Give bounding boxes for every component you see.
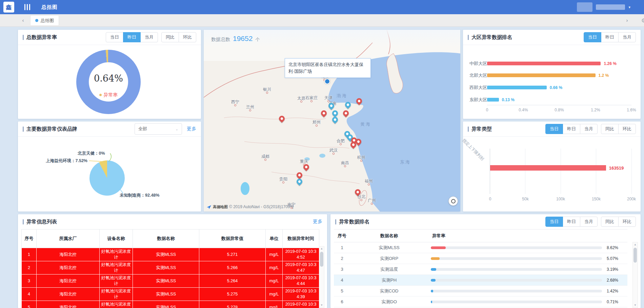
menu-icon[interactable] (24, 4, 30, 10)
filter-day-button[interactable]: 当日 (545, 124, 563, 134)
table-row[interactable]: 1实测MLSS 8.62% (334, 242, 627, 253)
bar-value: 0.66 % (550, 85, 562, 90)
table-row[interactable]: 1海阳北控 好氧池污泥浓度计实测MLSS 5.271mg/L 2019-07-0… (22, 248, 319, 261)
app-logo[interactable]: 鑫 (3, 2, 14, 13)
sea-label: 渤海 (337, 93, 347, 99)
sea-label: 东海 (400, 159, 411, 165)
rate-progress (431, 246, 602, 249)
table-scrollbar[interactable]: ▲ ▼ (319, 246, 324, 308)
scroll-up-icon[interactable]: ▲ (320, 246, 323, 251)
time-filter-group: 当日 昨日 当月 (106, 32, 158, 42)
pie-label-shyl: 上海益伦环境：7.52% (46, 158, 87, 164)
pie-label-unknown: 未知制造商：92.48% (120, 193, 159, 198)
x-tick: 0.4% (519, 108, 528, 112)
rate-value: 5.07% (607, 256, 624, 261)
map-panel[interactable]: 数据总数 19652 个 渤海 黄海 东海 北京 天津 石家庄 太原 银川 西宁… (204, 30, 460, 212)
filter-yesterday-button[interactable]: 昨日 (563, 124, 580, 134)
panel-data-rank: 异常数据排名 当日 昨日 当月 同比 环比 序号 数据名称 异常率 1实测MLS… (330, 214, 641, 308)
scroll-down-icon[interactable]: ▼ (320, 303, 323, 308)
filter-mom-button[interactable]: 环比 (179, 32, 196, 42)
city-label: 福州 (365, 178, 373, 184)
gear-icon[interactable]: ⚙ (641, 17, 644, 24)
filter-month-button[interactable]: 当月 (580, 217, 598, 227)
filter-mom-button[interactable]: 环比 (618, 217, 636, 227)
donut-legend[interactable]: 异常率 (78, 92, 139, 98)
compare-filter-group: 同比 环比 (601, 217, 636, 227)
table-scrollbar[interactable]: ▲ ▼ (632, 242, 638, 308)
tab-label: 总括图 (41, 18, 54, 24)
rate-value: 0.71% (607, 300, 624, 304)
brand-select[interactable]: 全部 ⌄ (135, 123, 182, 135)
compare-filter-group: 同比 环比 (161, 32, 196, 42)
city-label: 杭州 (357, 155, 365, 160)
filter-month-button[interactable]: 当月 (140, 32, 158, 42)
more-link[interactable]: 更多 (187, 126, 196, 132)
tab-overview[interactable]: 总括图 (31, 16, 59, 25)
filter-yoy-button[interactable]: 同比 (161, 32, 179, 42)
filter-yesterday-button[interactable]: 昨日 (601, 32, 619, 42)
x-tick: 50k (522, 197, 528, 201)
tab-bar: ‹ 总括图 › ⚙ (0, 14, 644, 27)
map-tooltip: 北京市朝阳区崔各庄镇北控水务大厦保利·国际广场 (285, 58, 371, 78)
bar-row: 1.2 % (487, 73, 631, 77)
x-tick: 100k (556, 197, 565, 201)
city-label: 南昌 (341, 160, 349, 166)
filter-yoy-button[interactable]: 同比 (601, 124, 619, 134)
table-row[interactable]: 5海阳北控 好氧池污泥浓度计实测MLSS 5.278mg/L 2019-07-0… (22, 301, 319, 308)
chevron-left-icon[interactable]: ‹ (20, 17, 26, 24)
brand-select-value: 全部 (138, 126, 147, 132)
map-marker-selected-beijing[interactable] (324, 79, 330, 84)
map-copyright: © 2019 AutoNavi - GS(2018)1709号 (229, 204, 294, 210)
user-menu[interactable]: ▾ (577, 0, 630, 14)
panel-header: 主要数据异常仪表品牌 全部 ⌄ 更多 (18, 122, 201, 137)
logo-glyph: 鑫 (6, 3, 12, 11)
amap-logo-icon (206, 204, 212, 210)
scroll-up-icon[interactable]: ▲ (634, 242, 637, 247)
rate-progress (431, 279, 602, 282)
city-label: 武汉 (329, 148, 338, 153)
filter-month-button[interactable]: 当月 (618, 32, 636, 42)
locate-button[interactable] (448, 196, 458, 206)
more-link[interactable]: 更多 (313, 219, 322, 225)
compare-filter-group: 同比 环比 (601, 124, 636, 134)
panel-region-rank: 大区异常数据排名 当日 昨日 当月 中部大区 1.26 % 北部大区 1.2 %… (463, 30, 641, 119)
city-label: 成都 (261, 154, 269, 159)
filter-day-button[interactable]: 当日 (545, 217, 563, 227)
table-row[interactable]: 3实测温度 3.19% (334, 264, 627, 275)
total-count-value: 19652 (233, 35, 253, 43)
city-label: 石家庄 (305, 95, 318, 101)
bar-value: 1.26 % (604, 61, 616, 66)
filter-yesterday-button[interactable]: 昨日 (563, 217, 580, 227)
chevron-right-icon[interactable]: › (624, 17, 630, 24)
filter-yesterday-button[interactable]: 昨日 (123, 32, 141, 42)
panel-header: 异常类型 当日 昨日 当月 同比 环比 (463, 122, 641, 137)
map-attribution: 高德地图 © 2019 AutoNavi - GS(2018)1709号 (206, 204, 294, 210)
filter-month-button[interactable]: 当月 (580, 124, 598, 134)
panel-info-list: 异常信息列表 更多 序号所属水厂 设备名称数据名称 数据异常值单位 数据异常时间… (18, 214, 327, 308)
table-row-highlighted[interactable]: 4实测PH 2.68% (334, 275, 627, 286)
scroll-thumb[interactable] (320, 252, 323, 267)
filter-yoy-button[interactable]: 同比 (601, 217, 619, 227)
panel-title: 大区异常数据排名 (468, 34, 512, 41)
city-label: 天津 (324, 95, 333, 101)
city-label: 重庆 (300, 159, 308, 164)
abnormal-rank-table: 序号 数据名称 异常率 1实测MLSS 8.62% 2实测ORP 5.07% 3… (334, 229, 627, 307)
table-row[interactable]: 2海阳北控 好氧池污泥浓度计实测MLSS 5.266mg/L 2019-07-0… (22, 261, 319, 274)
filter-day-button[interactable]: 当日 (584, 32, 601, 42)
table-row[interactable]: 6实测DO 0.71% (334, 296, 627, 307)
x-tick: 0 (489, 197, 491, 201)
table-header-row: 序号所属水厂 设备名称数据名称 数据异常值单位 数据异常时间 (22, 229, 319, 248)
rate-progress (431, 290, 602, 292)
dashboard-root: 鑫 总括图 ▾ ‹ 总括图 › ⚙ 总数据异常率 当日 昨日 当月 (0, 0, 644, 308)
city-label: 太原 (297, 95, 305, 101)
table-row[interactable]: 5实测COD 1.42% (334, 286, 627, 296)
time-filter-group: 当日 昨日 当月 (545, 124, 598, 134)
filter-day-button[interactable]: 当日 (106, 32, 123, 42)
scroll-down-icon[interactable]: ▼ (634, 303, 637, 308)
table-row[interactable]: 3海阳北控 好氧池污泥浓度计实测MLSS 5.264mg/L 2019-07-0… (22, 274, 319, 288)
filter-mom-button[interactable]: 环比 (618, 124, 636, 134)
scroll-thumb[interactable] (633, 248, 637, 263)
table-row[interactable]: 4海阳北控 好氧池污泥浓度计实测MLSS 5.275mg/L 2019-07-0… (22, 288, 319, 301)
table-row[interactable]: 2实测ORP 5.07% (334, 253, 627, 264)
donut-center-value: 0.64% (78, 73, 139, 84)
